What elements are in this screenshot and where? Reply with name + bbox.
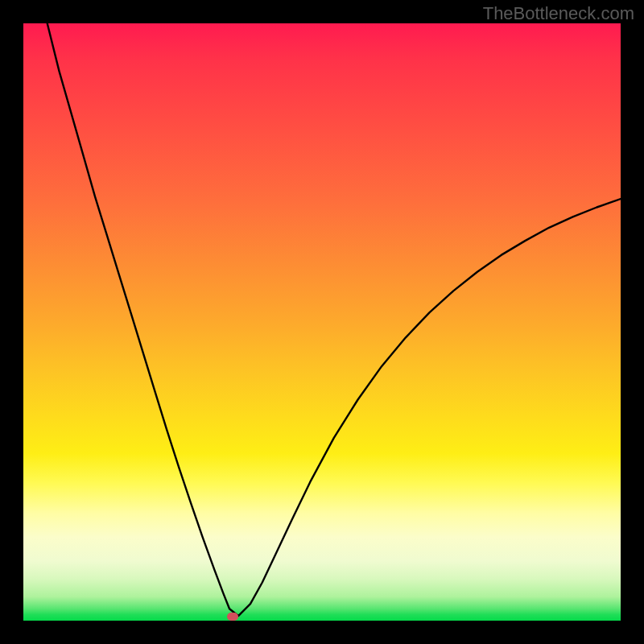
bottleneck-curve <box>23 23 621 621</box>
chart-frame: TheBottleneck.com <box>0 0 644 644</box>
plot-area <box>23 23 621 621</box>
watermark-text: TheBottleneck.com <box>483 3 634 24</box>
optimum-marker <box>227 613 238 621</box>
